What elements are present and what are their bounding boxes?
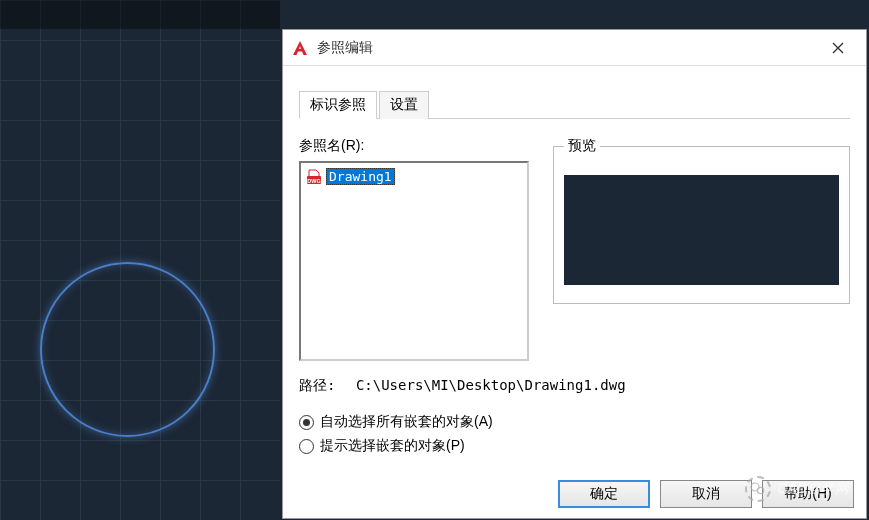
preview-column: 预览 <box>553 137 850 361</box>
content-row: 参照名(R): DWG Drawing1 预览 <box>299 137 850 361</box>
ok-button[interactable]: 确定 <box>558 480 650 508</box>
path-label: 路径: <box>299 377 335 393</box>
preview-fieldset: 预览 <box>553 137 850 304</box>
button-bar: 确定 取消 帮助(H) <box>558 480 854 508</box>
autocad-icon <box>291 39 309 57</box>
nesting-radio-group: 自动选择所有嵌套的对象(A) 提示选择嵌套的对象(P) <box>299 413 850 455</box>
dialog-body: 标识参照 设置 参照名(R): DWG Drawing1 预览 <box>283 66 866 455</box>
path-row: 路径: C:\Users\MI\Desktop\Drawing1.dwg <box>299 377 850 395</box>
tab-identify-ref[interactable]: 标识参照 <box>299 91 377 119</box>
canvas-dim-overlay <box>0 0 280 29</box>
radio-auto-label: 自动选择所有嵌套的对象(A) <box>320 413 493 431</box>
reference-tree[interactable]: DWG Drawing1 <box>299 161 529 361</box>
svg-text:DWG: DWG <box>307 177 320 183</box>
dialog-titlebar: 参照编辑 <box>283 30 866 66</box>
path-value: C:\Users\MI\Desktop\Drawing1.dwg <box>356 377 626 393</box>
radio-prompt-select[interactable]: 提示选择嵌套的对象(P) <box>299 437 850 455</box>
preview-label: 预览 <box>564 137 600 155</box>
tab-bar: 标识参照 设置 <box>299 90 850 119</box>
cancel-button[interactable]: 取消 <box>660 480 752 508</box>
cad-canvas <box>0 0 280 520</box>
reference-name-label: 参照名(R): <box>299 137 529 155</box>
reference-column: 参照名(R): DWG Drawing1 <box>299 137 529 361</box>
tree-item-label: Drawing1 <box>326 168 395 185</box>
radio-button-icon <box>299 439 314 454</box>
refedit-dialog: 参照编辑 标识参照 设置 参照名(R): DWG Drawing1 <box>282 29 867 519</box>
dwg-file-icon: DWG <box>306 169 322 185</box>
radio-button-icon <box>299 415 314 430</box>
preview-canvas <box>564 175 839 285</box>
close-button[interactable] <box>818 33 858 63</box>
radio-prompt-label: 提示选择嵌套的对象(P) <box>320 437 465 455</box>
tab-settings[interactable]: 设置 <box>379 91 429 119</box>
dialog-title: 参照编辑 <box>317 39 818 57</box>
help-button[interactable]: 帮助(H) <box>762 480 854 508</box>
circle-entity <box>40 262 215 437</box>
tree-item-drawing1[interactable]: DWG Drawing1 <box>305 167 523 186</box>
radio-auto-select[interactable]: 自动选择所有嵌套的对象(A) <box>299 413 850 431</box>
